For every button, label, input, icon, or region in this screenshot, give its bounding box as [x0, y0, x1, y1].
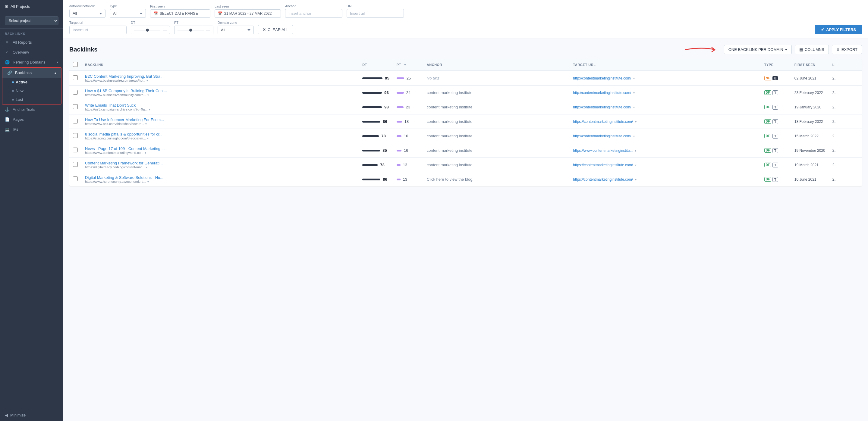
sidebar-item-label: Anchor Texts: [13, 107, 35, 112]
target-url-dropdown-icon[interactable]: ▾: [635, 178, 637, 181]
pt-value: 13: [403, 163, 407, 167]
target-url-dropdown-icon[interactable]: ▾: [633, 77, 635, 80]
sidebar-item-overview[interactable]: ○ Overview: [0, 47, 63, 57]
anchor-text: content marketing institute: [427, 119, 472, 124]
th-type: TYPE: [761, 59, 791, 71]
sidebar-item-referring-domains[interactable]: 🌐 Referring Domains ▾: [0, 57, 63, 67]
backlink-title[interactable]: News - Page 17 of 109 - Content Marketin…: [85, 147, 187, 151]
last-seen-cell: 2...: [829, 158, 862, 172]
target-url-link[interactable]: https://contentmarketinginstitute.com/: [573, 120, 633, 124]
target-url-link[interactable]: http://contentmarketinginstitute.com/: [573, 134, 631, 138]
target-url-dropdown-icon[interactable]: ▾: [635, 164, 637, 167]
apply-filters-button[interactable]: ✔ APPLY FILTERS: [815, 25, 862, 34]
dt-slider-handle[interactable]: [146, 29, 149, 32]
table-row: How a $1.6B Company Is Building Their Co…: [69, 86, 862, 100]
backlink-title[interactable]: Digital Marketing & Software Solutions -…: [85, 175, 187, 180]
target-url-link[interactable]: https://contentmarketinginstitute.com/: [573, 163, 633, 167]
backlink-title[interactable]: Write Emails That Don't Suck: [85, 103, 187, 107]
url-dropdown-icon[interactable]: ▾: [149, 108, 150, 111]
url-dropdown-icon[interactable]: ▾: [147, 93, 149, 97]
dt-slider[interactable]: —: [131, 26, 170, 34]
first-seen-date-btn[interactable]: 📅 SELECT DATE RANGE: [150, 9, 210, 18]
all-projects-header[interactable]: ⊞ All Projects: [0, 0, 63, 13]
dt-cell: 86: [359, 172, 393, 187]
target-url-link[interactable]: http://contentmarketinginstitute.com/: [573, 76, 631, 80]
last-seen-range-btn[interactable]: 📅 21 MAR 2022 - 27 MAR 2022: [215, 9, 281, 18]
target-url-dropdown-icon[interactable]: ▾: [633, 91, 635, 95]
one-per-domain-button[interactable]: ONE BACKLINK PER DOMAIN ▾: [724, 45, 792, 54]
backlink-title[interactable]: How a $1.6B Company Is Building Their Co…: [85, 89, 187, 93]
target-url-dropdown-icon[interactable]: ▾: [633, 135, 635, 138]
target-url-dropdown-icon[interactable]: ▾: [633, 106, 635, 109]
type-cell: DFT: [761, 172, 791, 187]
type-select[interactable]: All Text Image: [110, 9, 146, 18]
table-row: News - Page 17 of 109 - Content Marketin…: [69, 143, 862, 158]
sidebar-item-active[interactable]: Active: [12, 78, 61, 87]
backlink-title[interactable]: 8 social media pitfalls & opportunities …: [85, 132, 187, 136]
url-dropdown-icon[interactable]: ▾: [147, 79, 148, 82]
target-url-input[interactable]: [69, 26, 127, 34]
table-row: Write Emails That Don't Suck https://us3…: [69, 100, 862, 115]
row-checkbox[interactable]: [73, 119, 78, 124]
target-url-link[interactable]: http://contentmarketinginstitute.com/: [573, 91, 631, 95]
url-dropdown-icon[interactable]: ▾: [146, 166, 147, 169]
row-checkbox-cell: [69, 143, 82, 158]
pt-slider-handle[interactable]: [189, 29, 192, 32]
backlink-title[interactable]: Content Marketing Framework for Generati…: [85, 161, 187, 165]
df-badge: DF: [764, 177, 771, 182]
dt-bar: [362, 92, 382, 94]
project-select[interactable]: Select project: [5, 16, 59, 25]
first-seen-filter: First seen 📅 SELECT DATE RANGE: [150, 4, 210, 18]
select-all-checkbox[interactable]: [73, 62, 78, 67]
row-checkbox[interactable]: [73, 75, 78, 80]
dofollow-select[interactable]: All Dofollow Nofollow: [69, 9, 105, 18]
url-dropdown-icon[interactable]: ▾: [145, 151, 146, 155]
sidebar-item-backlinks[interactable]: 🔗 Backlinks ▴: [2, 68, 61, 78]
project-selector[interactable]: Select project: [0, 13, 63, 29]
sidebar-item-lost[interactable]: Lost: [12, 95, 61, 104]
sidebar-item-ips[interactable]: 💻 IPs: [0, 124, 63, 134]
backlink-url: https://staging.cuinsight.com/8-social-m…: [85, 136, 187, 140]
url-dropdown-icon[interactable]: ▾: [147, 180, 149, 184]
target-url-dropdown-icon[interactable]: ▾: [635, 120, 637, 124]
sidebar-item-new[interactable]: New: [12, 87, 61, 95]
backlink-title[interactable]: How To Use Influencer Marketing For Ecom…: [85, 118, 187, 122]
url-dropdown-icon[interactable]: ▾: [145, 122, 147, 126]
target-url-link[interactable]: https://www.contentmarketinginstitu...: [573, 149, 632, 153]
target-url-link[interactable]: http://contentmarketinginstitute.com/: [573, 105, 631, 109]
minimize-button[interactable]: ◀ Minimize: [0, 409, 63, 421]
row-checkbox[interactable]: [73, 90, 78, 95]
th-checkbox[interactable]: [69, 59, 82, 71]
row-checkbox[interactable]: [73, 148, 78, 152]
backlink-url: https://us3.campaign-archive.com/?u=9a..…: [85, 107, 187, 111]
pt-slider[interactable]: —: [174, 26, 213, 34]
sidebar-item-anchor-texts[interactable]: ⚓ Anchor Texts: [0, 104, 63, 115]
last-seen-cell: 2...: [829, 71, 862, 86]
type-label: Type: [110, 4, 146, 8]
anchor-cell: Click here to view the blog.: [423, 172, 569, 187]
backlink-title[interactable]: B2C Content Marketing Improving, But Str…: [85, 74, 187, 78]
url-input[interactable]: [347, 9, 404, 18]
th-pt[interactable]: PT ▼: [393, 59, 423, 71]
sidebar-item-all-reports[interactable]: ≡ All Reports: [0, 37, 63, 47]
target-url-dropdown-icon[interactable]: ▾: [635, 149, 636, 152]
url-dropdown-icon[interactable]: ▾: [147, 137, 149, 140]
columns-button[interactable]: ▦ COLUMNS: [795, 45, 829, 54]
clear-all-button[interactable]: ✕ CLEAR ALL: [258, 25, 293, 34]
table-section: Backlinks ONE BACKLINK PER DOMAIN ▾ ▦: [63, 39, 868, 421]
row-checkbox[interactable]: [73, 104, 78, 109]
export-button[interactable]: ⬇ EXPORT: [832, 45, 862, 54]
sidebar-item-pages[interactable]: 📄 Pages: [0, 115, 63, 124]
row-checkbox[interactable]: [73, 162, 78, 167]
row-checkbox[interactable]: [73, 176, 78, 181]
target-url-link[interactable]: https://contentmarketinginstitute.com/: [573, 177, 633, 182]
domain-zone-select[interactable]: All .com .org .net: [218, 26, 254, 34]
target-url-cell: http://contentmarketinginstitute.com/ ▾: [569, 86, 761, 100]
sidebar-item-label: Referring Domains: [13, 60, 45, 64]
anchor-input[interactable]: [285, 9, 342, 18]
pt-bar-container: 24: [397, 90, 420, 95]
type-badges: DFT: [764, 163, 787, 167]
th-dt[interactable]: DT: [359, 59, 393, 71]
row-checkbox[interactable]: [73, 133, 78, 138]
anchor-text: Click here to view the blog.: [427, 177, 473, 182]
